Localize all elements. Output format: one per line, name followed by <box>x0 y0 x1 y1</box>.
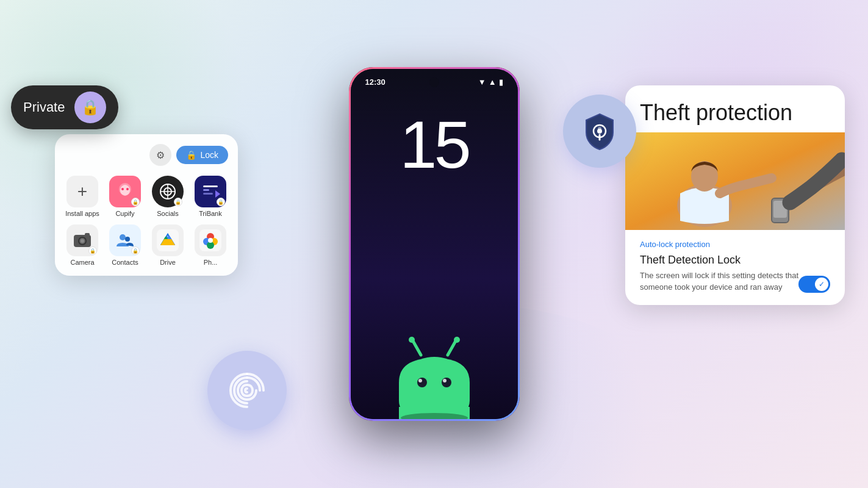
signal-icon: ▲ <box>489 77 497 87</box>
list-item[interactable]: Ph... <box>193 224 228 266</box>
theft-protection-title: Theft protection <box>640 100 830 125</box>
svg-point-41 <box>443 379 447 382</box>
svg-rect-18 <box>85 233 90 236</box>
clock-display: 15 <box>351 111 518 178</box>
private-icon-circle: 🔒 <box>74 92 106 123</box>
list-item[interactable]: + Install apps <box>65 176 100 217</box>
lock-icon: 🔒 <box>81 99 99 116</box>
svg-point-36 <box>454 337 460 343</box>
tribank-label: TriBank <box>199 210 222 217</box>
svg-point-20 <box>120 234 126 240</box>
socials-label: Socials <box>157 210 178 217</box>
toggle-knob: ✓ <box>815 278 828 291</box>
wifi-icon: ▼ <box>478 77 486 87</box>
camera-icon: 🔒 <box>66 224 98 256</box>
svg-rect-9 <box>203 185 218 187</box>
phone-container: 12:30 ▼ ▲ ▮ 15 <box>349 67 520 421</box>
android-mascot <box>386 334 483 419</box>
fingerprint-bubble <box>207 351 287 430</box>
theft-protection-card: Theft protection <box>625 85 845 305</box>
list-item[interactable]: 🔒 Contacts <box>107 224 143 266</box>
contacts-icon: 🔒 <box>109 224 141 256</box>
theft-detection-title: Theft Detection Lock <box>640 254 830 267</box>
drive-icon <box>152 224 184 256</box>
list-item[interactable]: 🔒 TriBank <box>193 176 228 217</box>
socials-icon: 🔒 <box>152 176 184 207</box>
theft-detection-toggle-container: ✓ <box>798 276 830 293</box>
camera-notch <box>429 77 439 87</box>
svg-point-40 <box>418 379 422 382</box>
drive-label: Drive <box>160 259 176 266</box>
svg-point-48 <box>598 127 601 131</box>
theft-card-body: Auto-lock protection Theft Detection Loc… <box>625 230 845 304</box>
svg-point-1 <box>121 188 124 190</box>
install-apps-icon: + <box>66 176 98 207</box>
list-item[interactable]: 🔒 Socials <box>150 176 185 217</box>
svg-line-33 <box>413 341 421 355</box>
svg-rect-10 <box>203 189 209 191</box>
private-space-card[interactable]: Private 🔒 <box>11 85 118 129</box>
shield-bubble <box>563 95 636 168</box>
svg-rect-11 <box>203 193 213 195</box>
lock-icon: 🔒 <box>186 150 196 160</box>
private-label: Private <box>23 99 65 115</box>
lock-label: Lock <box>200 150 218 160</box>
theft-card-header: Theft protection <box>625 85 845 125</box>
svg-point-2 <box>126 188 129 190</box>
svg-point-17 <box>81 239 84 243</box>
status-time: 12:30 <box>365 77 386 87</box>
list-item[interactable]: 🔒 Cupify <box>107 176 143 217</box>
app-drawer-card: ⚙ 🔒 Lock + Install apps 🔒 Cupify <box>55 134 238 276</box>
app-drawer-header: ⚙ 🔒 Lock <box>65 144 228 166</box>
install-apps-label: Install apps <box>65 210 99 217</box>
svg-point-32 <box>208 238 213 243</box>
status-icons: ▼ ▲ ▮ <box>478 77 503 87</box>
phone-body: 12:30 ▼ ▲ ▮ 15 <box>349 67 520 421</box>
app-grid: + Install apps 🔒 Cupify <box>65 176 228 266</box>
cupify-label: Cupify <box>115 210 134 217</box>
auto-lock-label: Auto-lock protection <box>640 240 830 249</box>
svg-point-21 <box>125 237 130 242</box>
theft-detection-toggle[interactable]: ✓ <box>798 276 830 293</box>
phone-screen: 12:30 ▼ ▲ ▮ 15 <box>351 69 518 419</box>
camera-label: Camera <box>70 259 94 266</box>
theft-card-image <box>625 132 845 230</box>
gear-button[interactable]: ⚙ <box>149 144 171 166</box>
photos-label: Ph... <box>204 259 218 266</box>
list-item[interactable]: 🔒 Camera <box>65 224 100 266</box>
svg-point-34 <box>409 337 415 343</box>
svg-point-38 <box>417 378 427 387</box>
svg-line-35 <box>448 341 456 355</box>
list-item[interactable]: Drive <box>150 224 185 266</box>
lock-button[interactable]: 🔒 Lock <box>176 146 228 164</box>
cupify-icon: 🔒 <box>109 176 141 207</box>
photos-icon <box>195 224 226 256</box>
svg-point-39 <box>442 378 451 387</box>
battery-icon: ▮ <box>499 77 503 87</box>
contacts-label: Contacts <box>112 259 138 266</box>
tribank-icon: 🔒 <box>195 176 226 207</box>
